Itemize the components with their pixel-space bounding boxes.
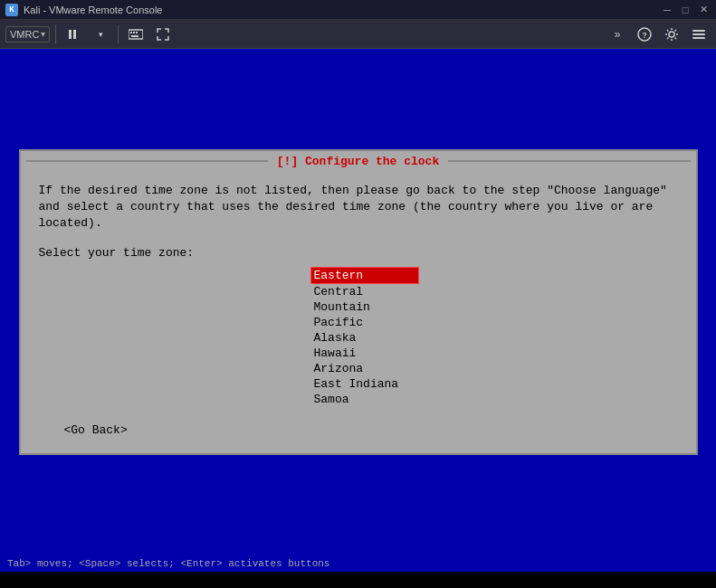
keyboard-icon: [129, 29, 143, 40]
more-options-button[interactable]: »: [606, 24, 629, 45]
send-ctrl-alt-del-button[interactable]: [124, 24, 148, 45]
statusbar-text: Tab> moves; <Space> selects; <Enter> act…: [7, 558, 329, 569]
timezone-list-item[interactable]: Alaska: [310, 330, 419, 346]
timezone-list-item[interactable]: Central: [310, 284, 419, 299]
svg-rect-11: [692, 33, 705, 35]
pause-dropdown-button[interactable]: ▾: [89, 24, 112, 45]
dialog-title: [!] Configure the clock: [273, 155, 443, 168]
main-content: [!] Configure the clock If the desired t…: [0, 49, 716, 555]
svg-rect-5: [136, 32, 138, 33]
vmrc-chevron-icon: ▾: [41, 29, 45, 39]
timezone-list-item[interactable]: Samoa: [310, 392, 419, 407]
description-line1: If the desired time zone is not listed, …: [39, 184, 667, 197]
pause-button[interactable]: [62, 24, 85, 45]
go-back-button[interactable]: <Go Back>: [57, 422, 678, 439]
vmrc-menu[interactable]: VMRC ▾: [5, 26, 50, 43]
toolbar-separator-1: [55, 25, 56, 43]
description-line3: located).: [39, 216, 102, 230]
help-button[interactable]: ?: [633, 24, 656, 45]
chevron-right-icon: »: [615, 28, 621, 41]
svg-rect-0: [69, 30, 72, 39]
dialog-title-line-right: [448, 160, 690, 162]
dialog-title-bar: [!] Configure the clock: [21, 151, 696, 172]
svg-rect-3: [130, 32, 132, 33]
svg-text:?: ?: [642, 31, 647, 40]
timezone-list-item[interactable]: Pacific: [310, 315, 419, 330]
fullscreen-button[interactable]: [151, 24, 175, 45]
pause-dropdown-icon: ▾: [99, 30, 103, 39]
vmrc-label: VMRC: [10, 29, 39, 40]
timezone-list-item[interactable]: Eastern: [310, 267, 419, 284]
toolbar-right: » ?: [606, 24, 711, 45]
settings-button[interactable]: [660, 24, 683, 45]
close-button[interactable]: ✕: [696, 4, 711, 16]
timezone-list-item[interactable]: East Indiana: [310, 376, 419, 392]
svg-rect-2: [129, 30, 143, 39]
configure-clock-dialog: [!] Configure the clock If the desired t…: [19, 149, 698, 456]
window-title: Kali - VMware Remote Console: [24, 5, 162, 15]
menu-icon: [692, 27, 706, 42]
fullscreen-icon: [157, 28, 169, 41]
select-prompt: Select your time zone:: [39, 246, 678, 260]
svg-rect-1: [73, 30, 76, 39]
svg-rect-10: [692, 30, 705, 32]
toolbar: VMRC ▾ ▾ »: [0, 20, 716, 49]
maximize-button[interactable]: □: [678, 4, 692, 16]
titlebar: K Kali - VMware Remote Console ─ □ ✕: [0, 0, 716, 20]
dialog-body: If the desired time zone is not listed, …: [21, 172, 696, 454]
gear-icon: [664, 27, 679, 42]
svg-rect-4: [133, 32, 135, 33]
timezone-list-item[interactable]: Mountain: [310, 299, 419, 315]
svg-point-9: [669, 32, 674, 37]
app-icon-label: K: [9, 5, 14, 14]
timezone-list: EasternCentralMountainPacificAlaskaHawai…: [39, 267, 678, 407]
app-icon: K: [5, 4, 18, 16]
toolbar-separator-2: [118, 25, 119, 43]
minimize-button[interactable]: ─: [660, 4, 674, 16]
description-line2: and select a country that uses the desir…: [39, 200, 654, 213]
statusbar: Tab> moves; <Space> selects; <Enter> act…: [0, 555, 716, 572]
timezone-list-item[interactable]: Arizona: [310, 361, 419, 376]
dialog-title-line-left: [26, 160, 268, 162]
pause-icon: [67, 28, 80, 41]
help-icon: ?: [637, 27, 652, 42]
titlebar-left: K Kali - VMware Remote Console: [5, 4, 162, 16]
dialog-description: If the desired time zone is not listed, …: [39, 183, 678, 232]
menu-button[interactable]: [687, 24, 711, 45]
svg-rect-6: [131, 35, 138, 37]
window-controls: ─ □ ✕: [660, 4, 711, 16]
timezone-list-item[interactable]: Hawaii: [310, 346, 419, 361]
svg-rect-12: [692, 37, 705, 39]
